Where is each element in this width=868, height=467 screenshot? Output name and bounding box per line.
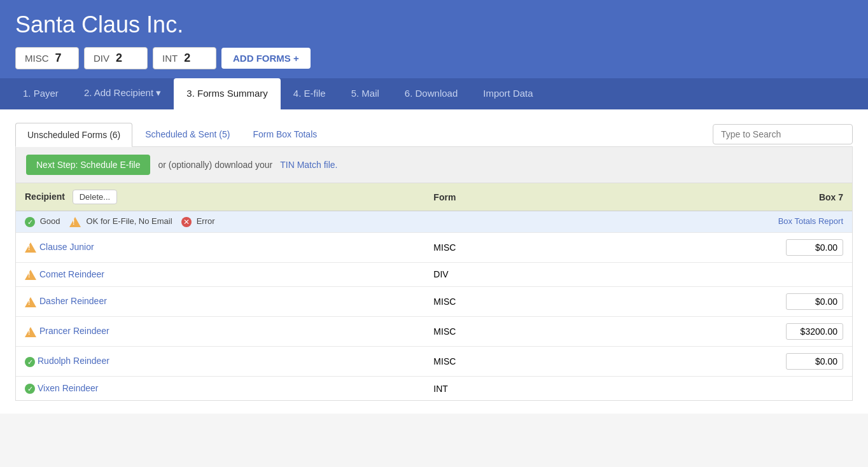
- nav-item-add-recipient[interactable]: 2. Add Recipient ▾: [71, 78, 174, 109]
- badge-int: INT2: [153, 47, 216, 69]
- box-totals-report-link[interactable]: Box Totals Report: [778, 216, 843, 226]
- recipient-cell: ✓Rudolph Reindeer: [16, 346, 424, 376]
- nav-item-payer[interactable]: 1. Payer: [10, 78, 71, 109]
- warning-row-icon: [25, 270, 36, 280]
- table-row: Clause Junior MISC $0.00: [16, 232, 852, 262]
- recipient-link[interactable]: Clause Junior: [39, 242, 94, 252]
- delete-button[interactable]: Delete...: [73, 190, 117, 204]
- table-row: Dasher Reindeer MISC $0.00: [16, 286, 852, 316]
- warning-row-icon: [25, 297, 36, 307]
- search-box-wrap: [713, 124, 853, 144]
- recipient-link[interactable]: Rudolph Reindeer: [38, 356, 109, 366]
- recipient-link[interactable]: Prancer Reindeer: [39, 326, 109, 336]
- recipient-cell: Dasher Reindeer: [16, 286, 424, 316]
- box7-cell: [573, 262, 852, 286]
- nav-item-mail[interactable]: 5. Mail: [339, 78, 392, 109]
- good-row-icon: ✓: [25, 357, 35, 367]
- form-cell: INT: [424, 376, 573, 400]
- tabs-row: Unscheduled Forms (6) Scheduled & Sent (…: [15, 122, 853, 147]
- company-title: Santa Claus Inc.: [15, 11, 853, 38]
- tab-scheduled-sent[interactable]: Scheduled & Sent (5): [134, 123, 241, 146]
- next-step-button[interactable]: Next Step: Schedule E-file: [26, 155, 150, 175]
- add-forms-button[interactable]: ADD FORMS +: [221, 48, 311, 69]
- box7-value: $3200.00: [786, 323, 843, 340]
- box7-value: $0.00: [786, 239, 843, 256]
- recipient-link[interactable]: Vixen Reindeer: [38, 383, 98, 393]
- recipient-cell: Clause Junior: [16, 232, 424, 262]
- form-cell: MISC: [424, 316, 573, 346]
- table-row: ✓Vixen Reindeer INT: [16, 376, 852, 400]
- tin-match-link[interactable]: TIN Match file.: [280, 160, 337, 170]
- recipient-cell: Comet Reindeer: [16, 262, 424, 286]
- nav-item-forms-summary[interactable]: 3. Forms Summary: [174, 78, 281, 109]
- box7-cell: $0.00: [573, 232, 852, 262]
- box7-cell: $3200.00: [573, 316, 852, 346]
- warning-row-icon: [25, 242, 36, 253]
- table-wrap: Recipient Delete... Form Box 7 ✓ Good: [15, 183, 853, 401]
- tab-unscheduled-forms[interactable]: Unscheduled Forms (6): [15, 123, 132, 147]
- nav-item-efile[interactable]: 4. E-file: [281, 78, 339, 109]
- form-cell: MISC: [424, 286, 573, 316]
- recipients-table: Recipient Delete... Form Box 7 ✓ Good: [16, 183, 852, 400]
- form-cell: DIV: [424, 262, 573, 286]
- error-icon: ✕: [181, 217, 192, 227]
- form-cell: MISC: [424, 346, 573, 376]
- action-bar: Next Step: Schedule E-file or (optionall…: [15, 147, 853, 183]
- nav-item-download[interactable]: 6. Download: [392, 78, 470, 109]
- warning-row-icon: [25, 327, 36, 337]
- box7-cell: [573, 376, 852, 400]
- warning-label: OK for E-File, No Email: [87, 216, 172, 226]
- box7-cell: $0.00: [573, 286, 852, 316]
- box7-cell: $0.00: [573, 346, 852, 376]
- header: Santa Claus Inc. MISC7DIV2INT2 ADD FORMS…: [0, 0, 868, 78]
- badge-misc: MISC7: [15, 47, 79, 69]
- content-area: Unscheduled Forms (6) Scheduled & Sent (…: [0, 109, 868, 414]
- col-recipient: Recipient Delete...: [16, 183, 424, 211]
- warning-icon: [69, 217, 81, 227]
- box7-value: $0.00: [786, 293, 843, 310]
- table-row: ✓Rudolph Reindeer MISC $0.00: [16, 346, 852, 376]
- form-cell: MISC: [424, 232, 573, 262]
- table-row: Comet Reindeer DIV: [16, 262, 852, 286]
- recipient-link[interactable]: Dasher Reindeer: [39, 296, 107, 306]
- table-row: Prancer Reindeer MISC $3200.00: [16, 316, 852, 346]
- good-row-icon: ✓: [25, 384, 35, 394]
- nav-bar: 1. Payer2. Add Recipient ▾3. Forms Summa…: [0, 78, 868, 109]
- error-label: Error: [197, 216, 215, 226]
- col-box7: Box 7: [573, 183, 852, 211]
- good-label: Good: [40, 216, 60, 226]
- recipient-cell: Prancer Reindeer: [16, 316, 424, 346]
- recipient-cell: ✓Vixen Reindeer: [16, 376, 424, 400]
- header-badges: MISC7DIV2INT2 ADD FORMS +: [15, 47, 853, 69]
- good-icon: ✓: [25, 217, 35, 227]
- nav-item-import-data[interactable]: Import Data: [470, 78, 545, 109]
- box7-value: $0.00: [786, 353, 843, 370]
- recipient-link[interactable]: Comet Reindeer: [39, 269, 104, 279]
- tab-form-box-totals[interactable]: Form Box Totals: [241, 123, 328, 146]
- action-or-text: or (optionally) download your: [158, 160, 272, 170]
- col-form: Form: [424, 183, 573, 211]
- search-input[interactable]: [713, 124, 853, 144]
- legend-row: ✓ Good OK for E-File, No Email ✕ Error B…: [16, 211, 852, 233]
- legend-cell: ✓ Good OK for E-File, No Email ✕ Error B…: [16, 211, 852, 233]
- badge-div: DIV2: [84, 47, 148, 69]
